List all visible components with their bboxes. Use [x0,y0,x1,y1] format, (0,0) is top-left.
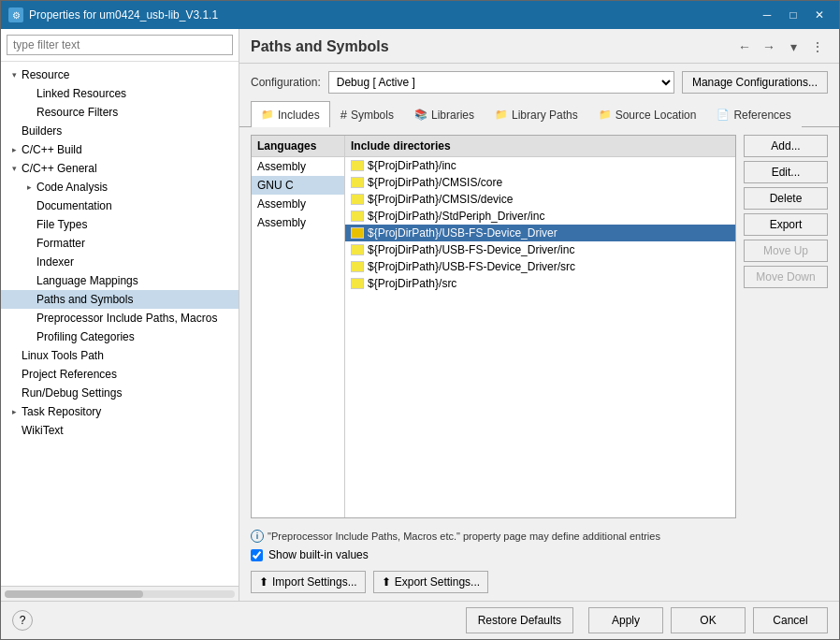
sidebar-item-linked-resources[interactable]: Linked Resources [1,84,239,103]
dir-label-4: ${ProjDirPath}/StdPeriph_Driver/inc [368,210,544,223]
references-tab-icon: 📄 [717,109,730,121]
sidebar-item-file-types[interactable]: File Types [1,215,239,234]
panel-header-icons: ← → ▾ ⋮ [734,36,828,57]
dir-item-3[interactable]: ${ProjDirPath}/CMSIS/device [345,191,735,208]
menu-button[interactable]: ⋮ [807,36,828,57]
close-button[interactable]: ✕ [807,6,832,24]
sidebar-item-resource-filters[interactable]: Resource Filters [1,103,239,122]
apply-button[interactable]: Apply [588,607,663,633]
panel-title: Paths and Symbols [251,38,389,55]
tree-arrow-resource [8,69,20,80]
manage-configurations-button[interactable]: Manage Configurations... [682,71,828,94]
sidebar-item-language-mappings[interactable]: Language Mappings [1,271,239,290]
lang-item-assembly1[interactable]: Assembly [252,157,344,176]
export-settings-button[interactable]: ⬆ Export Settings... [373,571,488,593]
dir-item-6[interactable]: ${ProjDirPath}/USB-FS-Device_Driver/inc [345,241,735,258]
main-window: ⚙ Properties for um0424_usb-lib_V3.1.1 ─… [0,0,840,640]
sidebar-item-label-linux: Linux Tools Path [22,349,104,362]
panel-header: Paths and Symbols ← → ▾ ⋮ [239,29,839,64]
import-label: Import Settings... [272,575,357,589]
delete-button[interactable]: Delete [744,187,828,210]
folder-icon-6 [351,244,364,255]
dir-item-4[interactable]: ${ProjDirPath}/StdPeriph_Driver/inc [345,208,735,225]
sidebar-item-label-proj-refs: Project References [22,368,117,381]
sidebar-item-label-code-analysis: Code Analysis [36,181,108,194]
tab-library-paths-label: Library Paths [512,109,578,122]
sidebar-item-profiling[interactable]: Profiling Categories [1,327,239,346]
cancel-button[interactable]: Cancel [753,607,828,633]
restore-defaults-button[interactable]: Restore Defaults [466,607,573,633]
tab-includes[interactable]: 📁 Includes [251,101,330,127]
sidebar-item-run-debug[interactable]: Run/Debug Settings [1,384,239,402]
sidebar-item-preprocessor[interactable]: Preprocessor Include Paths, Macros [1,309,239,327]
tree-area: Resource Linked Resources Resource Filte… [1,62,239,586]
sidebar-hscroll-area [1,586,239,601]
sidebar-item-documentation[interactable]: Documentation [1,196,239,215]
sidebar-item-linux-tools[interactable]: Linux Tools Path [1,346,239,365]
sidebar-item-label-resource: Resource [22,68,69,81]
dir-label-2: ${ProjDirPath}/CMSIS/core [368,176,502,189]
sidebar-item-builders[interactable]: Builders [1,122,239,140]
includes-tab-icon: 📁 [261,109,274,121]
sidebar-item-indexer[interactable]: Indexer [1,253,239,271]
tab-source-location[interactable]: 📁 Source Location [588,101,707,127]
tab-libraries[interactable]: 📚 Libraries [404,101,485,127]
sidebar-item-formatter[interactable]: Formatter [1,234,239,253]
sidebar-item-wikitext[interactable]: WikiText [1,421,239,440]
move-down-button[interactable]: Move Down [744,266,828,288]
sidebar-item-label-formatter: Formatter [36,237,85,250]
ok-button[interactable]: OK [671,607,746,633]
move-up-button[interactable]: Move Up [744,240,828,262]
dropdown-button[interactable]: ▾ [783,36,804,57]
lang-item-assembly2[interactable]: Assembly [252,195,344,213]
maximize-button[interactable]: □ [781,6,805,24]
tab-content: Languages Assembly GNU C Assembly Assemb… [239,127,839,526]
dir-item-8[interactable]: ${ProjDirPath}/src [345,275,735,292]
help-button[interactable]: ? [12,610,33,631]
sidebar-hscroll[interactable] [5,590,235,598]
sidebar-item-code-analysis[interactable]: Code Analysis [1,178,239,196]
export-label: Export Settings... [395,575,480,589]
tree-arrow-code-analysis [23,182,35,193]
export-icon: ⬆ [382,575,391,589]
export-button[interactable]: Export [744,213,828,236]
config-select[interactable]: Debug [ Active ] [328,71,674,94]
tab-includes-label: Includes [278,109,320,122]
dir-item-7[interactable]: ${ProjDirPath}/USB-FS-Device_Driver/src [345,258,735,275]
sidebar-item-project-refs[interactable]: Project References [1,365,239,384]
dir-label-1: ${ProjDirPath}/inc [368,159,456,172]
tab-symbols[interactable]: # Symbols [330,101,404,127]
tree-arrow-cpp-build [8,144,20,155]
import-settings-button[interactable]: ⬆ Import Settings... [251,571,366,593]
directories-column: Include directories ${ProjDirPath}/inc $… [345,136,735,517]
add-button[interactable]: Add... [744,135,828,157]
config-row: Configuration: Debug [ Active ] Manage C… [239,64,839,101]
dir-label-8: ${ProjDirPath}/src [368,277,456,290]
forward-button[interactable]: → [759,36,779,57]
show-builtins-label[interactable]: Show built-in values [268,548,369,561]
filter-input[interactable] [7,35,233,55]
sidebar-item-cpp-general[interactable]: C/C++ General [1,159,239,178]
dir-item-2[interactable]: ${ProjDirPath}/CMSIS/core [345,174,735,191]
sidebar-item-paths-symbols[interactable]: Paths and Symbols [1,290,239,309]
library-paths-tab-icon: 📁 [495,109,508,121]
sidebar-item-label-doc: Documentation [36,199,112,212]
back-button[interactable]: ← [734,36,755,57]
tab-references[interactable]: 📄 References [706,101,801,127]
config-label: Configuration: [251,76,321,89]
dir-label-3: ${ProjDirPath}/CMSIS/device [368,193,513,206]
lang-item-gnu-c[interactable]: GNU C [252,176,344,195]
languages-header: Languages [252,136,344,157]
sidebar-item-cpp-build[interactable]: C/C++ Build [1,140,239,159]
edit-button[interactable]: Edit... [744,161,828,183]
show-builtins-checkbox[interactable] [251,549,263,561]
dir-item-5[interactable]: ${ProjDirPath}/USB-FS-Device_Driver [345,225,735,241]
tab-library-paths[interactable]: 📁 Library Paths [485,101,588,127]
sidebar-item-resource[interactable]: Resource [1,65,239,84]
dir-item-1[interactable]: ${ProjDirPath}/inc [345,157,735,174]
sidebar-item-label-task-repo: Task Repository [22,405,101,418]
sidebar-item-task-repo[interactable]: Task Repository [1,402,239,421]
lang-item-assembly3[interactable]: Assembly [252,213,344,232]
minimize-button[interactable]: ─ [755,6,779,24]
tabs-bar: 📁 Includes # Symbols 📚 Libraries 📁 Libra… [239,101,839,127]
